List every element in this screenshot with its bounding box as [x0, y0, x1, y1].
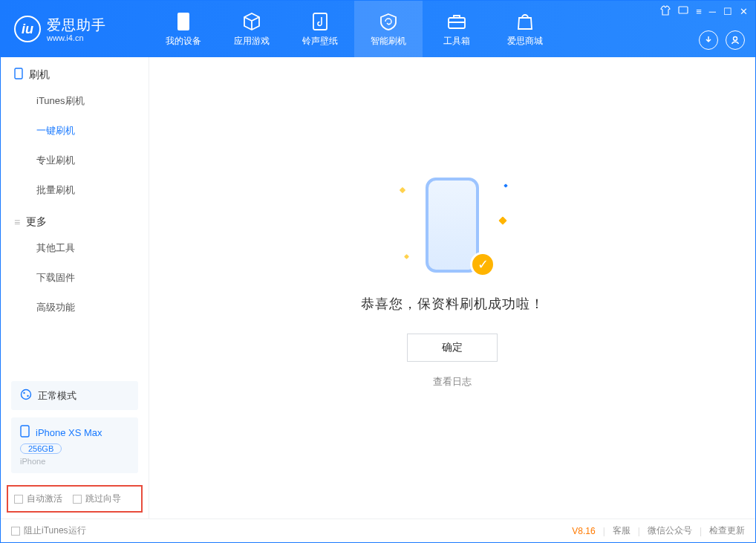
menu-icon[interactable]: ≡: [696, 6, 702, 17]
nav-store[interactable]: 爱思商城: [491, 1, 559, 57]
bag-icon: [515, 11, 535, 32]
device-mode[interactable]: 正常模式: [11, 381, 138, 410]
list-icon: ≡: [14, 216, 20, 228]
sidebar-item-batch-flash[interactable]: 批量刷机: [1, 175, 149, 205]
success-message: 恭喜您，保资料刷机成功啦！: [361, 295, 544, 313]
download-button[interactable]: [699, 30, 718, 50]
feedback-icon[interactable]: [678, 5, 688, 18]
phone-small-icon: [20, 425, 30, 440]
checkbox-auto-activate[interactable]: 自动激活: [14, 492, 62, 505]
sidebar-item-advanced[interactable]: 高级功能: [1, 293, 149, 322]
title-bar: iu 爱思助手 www.i4.cn 我的设备 应用游戏 铃声壁纸 智能刷机: [1, 1, 755, 57]
svg-point-6: [22, 390, 31, 400]
minimize-button[interactable]: ─: [709, 6, 716, 17]
svg-point-7: [23, 392, 25, 394]
device-icon: [173, 11, 194, 32]
logo-icon: iu: [14, 16, 41, 42]
version-label: V8.16: [572, 526, 595, 536]
success-illustration: ✓: [378, 173, 527, 277]
device-type: iPhone: [20, 457, 129, 466]
svg-rect-9: [21, 426, 29, 437]
window-controls: ≡ ─ ☐ ✕: [660, 5, 748, 18]
main-content: ✓ 恭喜您，保资料刷机成功啦！ 确定 查看日志: [149, 57, 755, 518]
sidebar-item-itunes-flash[interactable]: iTunes刷机: [1, 86, 149, 116]
sidebar-section-more: ≡ 更多: [1, 205, 149, 233]
svg-rect-5: [15, 68, 22, 79]
checkbox-icon: [11, 527, 20, 536]
sidebar-item-pro-flash[interactable]: 专业刷机: [1, 146, 149, 175]
status-bar: 阻止iTunes运行 V8.16 | 客服 | 微信公众号 | 检查更新: [1, 518, 755, 542]
view-log-link[interactable]: 查看日志: [433, 375, 472, 388]
nav-toolbox[interactable]: 工具箱: [423, 1, 491, 57]
device-storage: 256GB: [20, 443, 62, 454]
ok-button[interactable]: 确定: [407, 334, 498, 362]
sidebar: 刷机 iTunes刷机 一键刷机 专业刷机 批量刷机 ≡ 更多 其他工具 下载固…: [1, 57, 149, 518]
sidebar-item-download-firmware[interactable]: 下载固件: [1, 263, 149, 293]
checkbox-icon: [73, 495, 82, 504]
device-info[interactable]: iPhone XS Max 256GB iPhone: [11, 417, 138, 473]
nav-ringtones[interactable]: 铃声壁纸: [286, 1, 354, 57]
footer-link-support[interactable]: 客服: [613, 524, 630, 537]
toolbox-icon: [446, 11, 467, 32]
phone-icon: [14, 68, 23, 82]
main-nav: 我的设备 应用游戏 铃声壁纸 智能刷机 工具箱 爱思商城: [149, 1, 559, 57]
nav-smart-flash[interactable]: 智能刷机: [354, 1, 423, 57]
nav-my-device[interactable]: 我的设备: [149, 1, 218, 57]
footer-link-update[interactable]: 检查更新: [709, 524, 745, 537]
svg-point-8: [27, 395, 28, 397]
checkbox-icon: [14, 495, 23, 504]
maximize-button[interactable]: ☐: [723, 6, 732, 17]
device-name: iPhone XS Max: [36, 427, 102, 438]
footer-link-wechat[interactable]: 微信公众号: [648, 524, 692, 537]
checkbox-block-itunes[interactable]: 阻止iTunes运行: [11, 524, 86, 537]
sidebar-section-flash: 刷机: [1, 57, 149, 86]
app-url: www.i4.cn: [47, 33, 106, 42]
svg-rect-1: [313, 13, 327, 30]
app-logo: iu 爱思助手 www.i4.cn: [1, 16, 149, 42]
nav-apps-games[interactable]: 应用游戏: [218, 1, 286, 57]
svg-rect-2: [449, 18, 465, 28]
refresh-icon: [378, 11, 399, 32]
svg-rect-0: [177, 13, 189, 30]
user-button[interactable]: [726, 30, 745, 50]
cube-icon: [241, 11, 262, 32]
svg-rect-3: [679, 7, 688, 13]
music-icon: [310, 11, 330, 32]
checkbox-skip-wizard[interactable]: 跳过向导: [73, 492, 121, 505]
check-badge-icon: ✓: [470, 252, 495, 277]
svg-point-4: [734, 37, 737, 41]
close-button[interactable]: ✕: [740, 6, 748, 17]
flash-options-highlight: 自动激活 跳过向导: [7, 485, 143, 513]
shirt-icon[interactable]: [660, 5, 671, 18]
mode-icon: [20, 388, 32, 403]
app-title: 爱思助手: [47, 16, 106, 35]
sidebar-item-oneclick-flash[interactable]: 一键刷机: [1, 116, 149, 146]
sidebar-item-other-tools[interactable]: 其他工具: [1, 233, 149, 263]
